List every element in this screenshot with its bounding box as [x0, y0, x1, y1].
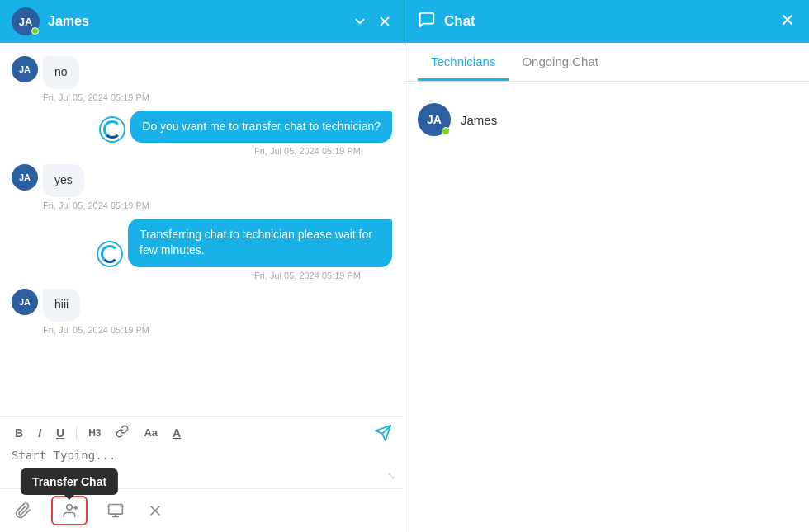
- message-timestamp: Fri, Jul 05, 2024 05:19 PM: [43, 92, 149, 102]
- left-panel: JA James JA no Fri, Jul 05, 2: [0, 0, 404, 532]
- message-bubble: no: [43, 56, 79, 89]
- message-bubble: yes: [43, 164, 84, 197]
- technician-item: JA James: [418, 95, 796, 144]
- chat-user-name: James: [48, 14, 344, 29]
- link-button[interactable]: [112, 423, 132, 442]
- message-row: Do you want me to transfer chat to techn…: [12, 111, 392, 157]
- chevron-down-icon[interactable]: [352, 14, 367, 29]
- toolbar-divider: [76, 426, 77, 440]
- tab-ongoing-chat[interactable]: Ongoing Chat: [509, 43, 612, 81]
- app-container: JA James JA no Fri, Jul 05, 2: [0, 0, 809, 532]
- right-panel: Chat Technicians Ongoing Chat JA James: [404, 0, 809, 532]
- message-row: JA yes Fri, Jul 05, 2024 05:19 PM: [12, 164, 392, 210]
- technician-name: James: [461, 113, 497, 127]
- header-actions: [352, 14, 392, 29]
- font-color-button[interactable]: A: [169, 425, 184, 441]
- font-size-button[interactable]: Aa: [140, 425, 161, 440]
- chat-icon: [418, 11, 436, 33]
- right-panel-title: Chat: [444, 13, 771, 30]
- svg-point-4: [67, 505, 73, 511]
- transfer-chat-button[interactable]: Transfer Chat: [51, 496, 88, 525]
- close-icon[interactable]: [377, 14, 392, 29]
- user-avatar: JA: [12, 7, 40, 35]
- message-row: Transferring chat to technician please w…: [12, 219, 392, 280]
- send-button[interactable]: [374, 424, 392, 442]
- message-bubble: Do you want me to transfer chat to techn…: [130, 111, 392, 144]
- message-bubble: hiii: [43, 289, 80, 322]
- message-bubble-wrap: Transferring chat to technician please w…: [97, 219, 392, 267]
- left-chat-header: JA James: [0, 0, 404, 43]
- chat-bottom-bar: Transfer Chat: [0, 488, 404, 532]
- underline-button[interactable]: U: [53, 425, 68, 441]
- message-bubble-wrap: JA hiii: [12, 289, 80, 322]
- transfer-chat-tooltip: Transfer Chat: [21, 468, 118, 495]
- technician-avatar: JA: [418, 103, 451, 136]
- right-content: JA James: [404, 82, 809, 532]
- message-timestamp: Fri, Jul 05, 2024 05:19 PM: [43, 200, 149, 210]
- h3-button[interactable]: H3: [85, 426, 104, 440]
- avatar: JA: [12, 56, 38, 82]
- avatar: JA: [12, 289, 38, 315]
- italic-button[interactable]: I: [35, 425, 45, 441]
- svg-rect-8: [109, 505, 123, 515]
- attach-button[interactable]: [12, 499, 35, 522]
- chat-toolbar: B I U H3 Aa A: [0, 416, 404, 445]
- template-button[interactable]: [104, 499, 127, 522]
- tabs-bar: Technicians Ongoing Chat: [404, 43, 809, 82]
- message-row: JA no Fri, Jul 05, 2024 05:19 PM: [12, 56, 392, 102]
- bold-button[interactable]: B: [12, 425, 26, 441]
- chat-messages-area: JA no Fri, Jul 05, 2024 05:19 PM Do you …: [0, 43, 404, 416]
- bot-avatar: [99, 116, 125, 143]
- tab-technicians[interactable]: Technicians: [418, 43, 509, 81]
- right-chat-header: Chat: [404, 0, 809, 43]
- right-close-button[interactable]: [779, 12, 796, 32]
- message-timestamp: Fri, Jul 05, 2024 05:19 PM: [254, 271, 361, 280]
- online-indicator: [31, 27, 39, 35]
- technician-online-dot: [442, 127, 450, 135]
- message-timestamp: Fri, Jul 05, 2024 05:19 PM: [43, 325, 149, 335]
- svg-line-7: [76, 508, 78, 510]
- message-bubble-wrap: JA yes: [12, 164, 84, 197]
- message-bubble-wrap: JA no: [12, 56, 79, 89]
- message-bubble-wrap: Do you want me to transfer chat to techn…: [99, 111, 392, 144]
- avatar: JA: [12, 164, 38, 191]
- message-timestamp: Fri, Jul 05, 2024 05:19 PM: [254, 146, 361, 156]
- resize-handle: ⤡: [387, 470, 395, 482]
- message-row: JA hiii Fri, Jul 05, 2024 05:19 PM: [12, 289, 392, 335]
- bot-avatar: [97, 241, 123, 267]
- close-chat-button[interactable]: [144, 499, 167, 522]
- message-bubble: Transferring chat to technician please w…: [128, 219, 392, 267]
